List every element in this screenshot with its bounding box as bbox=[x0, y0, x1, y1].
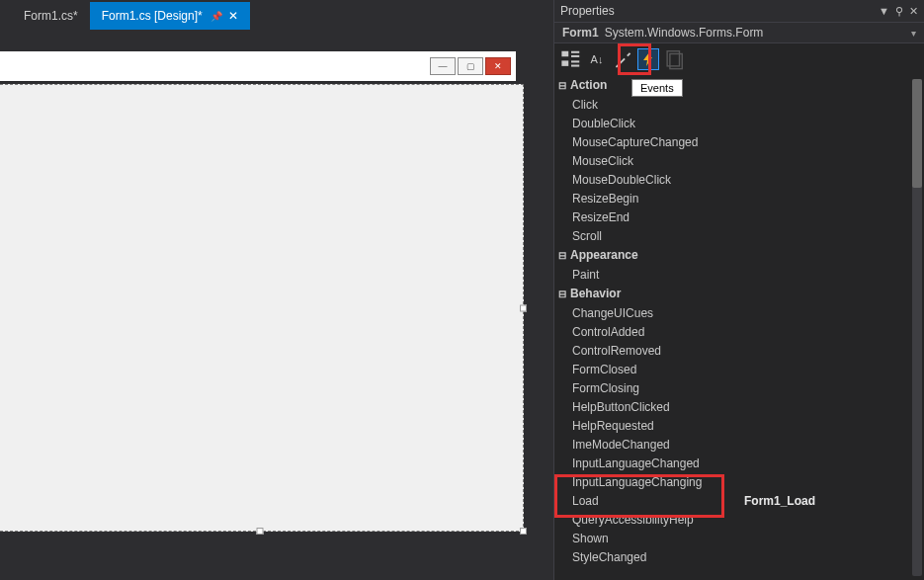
property-row[interactable]: ResizeBegin bbox=[554, 189, 908, 207]
property-name: DoubleClick bbox=[572, 117, 740, 130]
property-name: Load bbox=[572, 494, 740, 508]
pin-icon[interactable]: 📌 bbox=[210, 11, 222, 22]
property-row[interactable]: MouseDoubleClick bbox=[554, 170, 908, 189]
categorized-button[interactable] bbox=[560, 48, 582, 70]
tab-label: Form1.cs [Design]* bbox=[102, 9, 203, 23]
expander-icon[interactable]: ⊟ bbox=[558, 80, 570, 91]
scrollbar-thumb[interactable] bbox=[912, 79, 922, 188]
property-row[interactable]: ImeModeChanged bbox=[554, 435, 908, 454]
scrollbar-track[interactable] bbox=[912, 79, 922, 576]
property-name: QueryAccessibilityHelp bbox=[572, 513, 740, 527]
property-name: ChangeUICues bbox=[572, 306, 740, 320]
property-row[interactable]: HelpButtonClicked bbox=[554, 397, 908, 416]
resize-handle-corner[interactable] bbox=[520, 528, 527, 535]
category-row[interactable]: ⊟Appearance bbox=[554, 245, 908, 265]
property-name: FormClosed bbox=[572, 363, 740, 376]
panel-pin-icon[interactable]: ⚲ bbox=[895, 5, 903, 18]
property-row[interactable]: Paint bbox=[554, 265, 908, 284]
panel-dropdown-icon[interactable]: ▼ bbox=[879, 5, 889, 18]
svg-rect-3 bbox=[571, 55, 579, 57]
property-name: StyleChanged bbox=[572, 550, 740, 564]
property-name: ResizeEnd bbox=[572, 210, 740, 224]
property-row[interactable]: Scroll bbox=[554, 226, 908, 245]
property-row[interactable]: FormClosing bbox=[554, 378, 908, 397]
category-row[interactable]: ⊟Behavior bbox=[554, 284, 908, 303]
maximize-button[interactable]: ▢ bbox=[458, 57, 483, 75]
property-name: ControlAdded bbox=[572, 325, 740, 339]
resize-handle-bottom[interactable] bbox=[256, 528, 263, 535]
category-label: Appearance bbox=[570, 248, 638, 262]
property-row[interactable]: ChangeUICues bbox=[554, 303, 908, 322]
form-canvas[interactable]: — ▢ ✕ bbox=[0, 40, 524, 532]
expander-icon[interactable]: ⊟ bbox=[558, 289, 570, 299]
tab-form1-design[interactable]: Form1.cs [Design]* 📌 ✕ bbox=[90, 2, 250, 30]
property-row[interactable]: MouseCaptureChanged bbox=[554, 132, 908, 151]
property-name: InputLanguageChanging bbox=[572, 475, 740, 489]
property-row[interactable]: ResizeEnd bbox=[554, 207, 908, 226]
property-row[interactable]: ControlAdded bbox=[554, 322, 908, 341]
svg-rect-1 bbox=[561, 60, 568, 66]
property-row[interactable]: StyleChanged bbox=[554, 547, 908, 566]
property-value[interactable]: Form1_Load bbox=[740, 494, 908, 508]
property-row[interactable]: HelpRequested bbox=[554, 416, 908, 435]
property-name: Click bbox=[572, 98, 740, 112]
property-row[interactable]: InputLanguageChanged bbox=[554, 454, 908, 472]
property-row[interactable]: Shown bbox=[554, 529, 908, 547]
properties-button[interactable] bbox=[612, 48, 633, 70]
property-pages-button[interactable] bbox=[663, 48, 685, 70]
property-grid[interactable]: ⊟ActionClickDoubleClickMouseCaptureChang… bbox=[554, 75, 908, 580]
form-titlebar: — ▢ ✕ bbox=[0, 51, 516, 81]
svg-rect-5 bbox=[571, 65, 579, 67]
property-name: FormClosing bbox=[572, 381, 740, 395]
app-root: Form1.cs* Form1.cs [Design]* 📌 ✕ — ▢ ✕ bbox=[0, 0, 924, 580]
property-row[interactable]: LoadForm1_Load bbox=[554, 491, 908, 510]
object-selector[interactable]: Form1 System.Windows.Forms.Form ▾ bbox=[554, 22, 924, 43]
tab-label: Form1.cs* bbox=[24, 9, 78, 23]
properties-header: Properties ▼ ⚲ ✕ bbox=[554, 0, 924, 22]
close-button[interactable]: ✕ bbox=[485, 57, 511, 75]
property-name: Shown bbox=[572, 532, 740, 545]
property-grid-wrap: ⊟ActionClickDoubleClickMouseCaptureChang… bbox=[554, 75, 924, 580]
tab-form1-cs[interactable]: Form1.cs* bbox=[12, 2, 90, 30]
properties-title: Properties bbox=[560, 4, 615, 18]
property-name: MouseClick bbox=[572, 154, 740, 168]
properties-toolbar: A↓ Events bbox=[554, 43, 924, 75]
designer-pane: Form1.cs* Form1.cs [Design]* 📌 ✕ — ▢ ✕ bbox=[0, 0, 553, 580]
property-name: ImeModeChanged bbox=[572, 438, 740, 452]
property-row[interactable]: DoubleClick bbox=[554, 114, 908, 132]
property-row[interactable]: Click bbox=[554, 95, 908, 114]
chevron-down-icon[interactable]: ▾ bbox=[911, 28, 916, 39]
property-name: Scroll bbox=[572, 229, 740, 243]
property-row[interactable]: FormClosed bbox=[554, 360, 908, 378]
property-row[interactable]: MouseClick bbox=[554, 151, 908, 170]
events-tooltip: Events bbox=[631, 79, 683, 97]
minimize-button[interactable]: — bbox=[430, 57, 456, 75]
close-icon[interactable]: ✕ bbox=[228, 9, 238, 23]
category-row[interactable]: ⊟Action bbox=[554, 75, 908, 95]
property-name: ResizeBegin bbox=[572, 192, 740, 206]
property-name: ControlRemoved bbox=[572, 344, 740, 358]
svg-rect-0 bbox=[561, 51, 568, 57]
property-name: HelpRequested bbox=[572, 419, 740, 433]
form-design-surface[interactable] bbox=[0, 84, 524, 532]
designer-surface-wrap: — ▢ ✕ bbox=[0, 30, 553, 580]
object-name: Form1 bbox=[562, 26, 599, 40]
events-button[interactable] bbox=[637, 48, 659, 70]
property-name: Paint bbox=[572, 268, 740, 282]
property-name: HelpButtonClicked bbox=[572, 400, 740, 414]
property-row[interactable]: InputLanguageChanging bbox=[554, 472, 908, 491]
panel-close-icon[interactable]: ✕ bbox=[909, 5, 918, 18]
property-row[interactable]: QueryAccessibilityHelp bbox=[554, 510, 908, 529]
svg-rect-4 bbox=[571, 60, 579, 62]
property-name: MouseCaptureChanged bbox=[572, 135, 740, 149]
resize-handle-right[interactable] bbox=[520, 304, 527, 311]
category-label: Action bbox=[570, 78, 607, 92]
category-label: Behavior bbox=[570, 287, 621, 300]
properties-panel: Properties ▼ ⚲ ✕ Form1 System.Windows.Fo… bbox=[553, 0, 924, 580]
document-tabstrip: Form1.cs* Form1.cs [Design]* 📌 ✕ bbox=[0, 0, 553, 30]
property-name: MouseDoubleClick bbox=[572, 173, 740, 187]
alphabetical-button[interactable]: A↓ bbox=[586, 48, 608, 70]
property-row[interactable]: ControlRemoved bbox=[554, 341, 908, 360]
expander-icon[interactable]: ⊟ bbox=[558, 250, 570, 261]
property-name: InputLanguageChanged bbox=[572, 456, 740, 470]
